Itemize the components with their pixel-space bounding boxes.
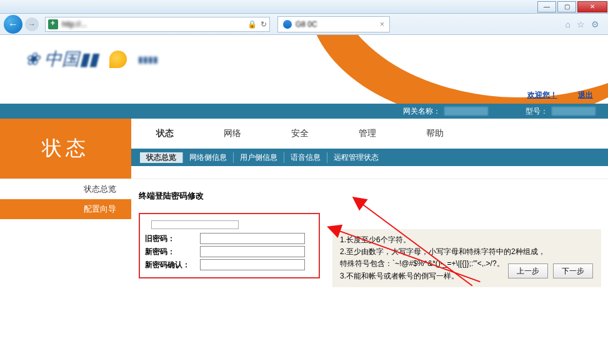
tab-network[interactable]: 网络 [199, 119, 266, 149]
refresh-icon[interactable]: ↻ [261, 20, 267, 29]
next-button[interactable]: 下一步 [553, 263, 593, 278]
rule-1: 1.长度至少6个字符。 [340, 234, 594, 246]
close-button[interactable]: ✕ [577, 1, 607, 12]
current-section-title: 状态 [0, 119, 131, 179]
content-area: 终端登陆密码修改 终端登陆密码修改 旧密码： 新密码： 新密码确认： [131, 179, 608, 290]
subtab-wan[interactable]: 网络侧信息 [183, 152, 234, 163]
body-row: 状态总览 配置向导 终端登陆密码修改 终端登陆密码修改 旧密码： 新密码： [0, 179, 608, 290]
tab-help[interactable]: 帮助 [401, 119, 469, 149]
chrome-actions: ⌂ ☆ ⚙ [566, 19, 604, 29]
subtab-overview[interactable]: 状态总览 [140, 152, 183, 163]
subtab-remote[interactable]: 远程管理状态 [327, 152, 385, 163]
sidebar: 状态总览 配置向导 [0, 179, 131, 290]
back-button[interactable]: ← [4, 15, 22, 34]
window-titlebar: — ▢ ✕ [0, 0, 608, 14]
shield-icon [48, 19, 58, 29]
welcome-line: 欢迎您！ 退出 [509, 90, 593, 101]
maximize-button[interactable]: ▢ [557, 1, 576, 12]
secondary-tabs: 状态总览 网络侧信息 用户侧信息 语音信息 远程管理状态 [131, 149, 608, 166]
browser-tab[interactable]: G8 0C × [277, 16, 390, 32]
welcome-link[interactable]: 欢迎您！ [527, 91, 557, 99]
subtab-lan[interactable]: 用户侧信息 [234, 152, 284, 163]
new-password-label: 新密码： [145, 247, 200, 257]
address-bar[interactable]: 🔒 ↻ [45, 17, 270, 32]
model-label: 型号： [526, 106, 548, 117]
form-top-box [151, 220, 239, 229]
sidebar-item-wizard[interactable]: 配置向导 [0, 199, 131, 219]
prev-button[interactable]: 上一步 [508, 263, 548, 278]
section-title: 终端登陆密码修改 [139, 190, 597, 202]
model-value [552, 107, 596, 116]
tab-manage[interactable]: 管理 [334, 119, 401, 149]
page: ❀ 中国▮▮ ▮▮▮▮ 欢迎您！ 退出 网关名称： 型号： 状态 状态 网络 安… [0, 35, 608, 364]
old-password-input[interactable] [200, 233, 305, 244]
tab-status[interactable]: 状态 [131, 119, 199, 149]
secondary-logo-icon [109, 51, 127, 68]
gear-icon[interactable]: ⚙ [591, 19, 599, 29]
rule-2a: 2.至少由数字，大写字母，小写字母和特殊字符中的2种组成， [340, 246, 594, 258]
url-input[interactable] [62, 20, 247, 29]
favicon-icon [283, 20, 292, 29]
page-header: ❀ 中国▮▮ ▮▮▮▮ 欢迎您！ 退出 [0, 35, 608, 104]
tab-close-icon[interactable]: × [380, 20, 384, 29]
brand-logo: ❀ 中国▮▮ [25, 47, 98, 71]
wizard-buttons: 上一步 下一步 [508, 263, 593, 278]
star-icon[interactable]: ☆ [577, 19, 585, 29]
forward-button[interactable]: → [25, 17, 39, 31]
gateway-value [444, 107, 488, 116]
confirm-password-input[interactable] [200, 259, 305, 270]
confirm-password-label: 新密码确认： [145, 260, 200, 270]
gateway-label: 网关名称： [403, 106, 441, 117]
sidebar-item-overview[interactable]: 状态总览 [0, 179, 131, 199]
subtab-voice[interactable]: 语音信息 [284, 152, 327, 163]
logout-link[interactable]: 退出 [578, 91, 593, 99]
new-password-input[interactable] [200, 246, 305, 257]
old-password-label: 旧密码： [145, 234, 200, 244]
tab-security[interactable]: 安全 [266, 119, 334, 149]
minimize-button[interactable]: — [537, 1, 556, 12]
secondary-logo-text: ▮▮▮▮ [138, 54, 158, 64]
main-tabs-row: 状态 状态 网络 安全 管理 帮助 状态总览 网络侧信息 用户侧信息 语音信息 … [0, 119, 608, 179]
tab-title: G8 0C [296, 20, 376, 29]
browser-navbar: ← → 🔒 ↻ G8 0C × ⌂ ☆ ⚙ [0, 14, 608, 35]
info-bar: 网关名称： 型号： [0, 104, 608, 119]
primary-tabs: 状态 网络 安全 管理 帮助 [131, 119, 608, 149]
home-icon[interactable]: ⌂ [566, 19, 571, 29]
lock-icon: 🔒 [247, 20, 257, 29]
password-form: 旧密码： 新密码： 新密码确认： [139, 213, 320, 278]
